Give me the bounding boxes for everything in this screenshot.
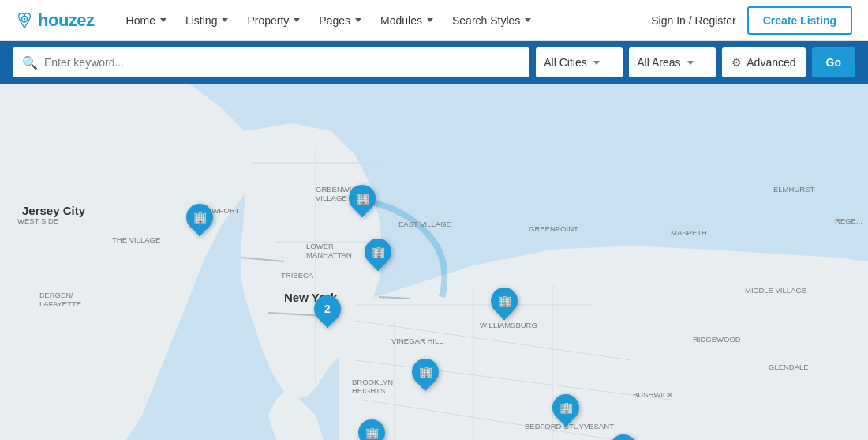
nav-listing[interactable]: Listing	[178, 9, 236, 32]
map-pin-8[interactable]: 🏢	[552, 394, 579, 427]
chevron-down-icon	[222, 18, 228, 22]
areas-select[interactable]: All Areas	[629, 47, 716, 77]
pin-count: 2	[324, 303, 331, 315]
chevron-down-icon	[355, 18, 361, 22]
map-pin-6[interactable]: 🏢	[412, 359, 439, 391]
logo-icon	[16, 12, 33, 29]
map-container: Jersey City WEST SIDE THE VILLAGE BERGEN…	[0, 84, 868, 440]
building-icon: 🏢	[193, 211, 207, 224]
building-icon: 🏢	[419, 366, 432, 378]
map-pin-9[interactable]: 🏢	[610, 434, 637, 440]
go-button[interactable]: Go	[812, 47, 855, 77]
search-bar: 🔍 All Cities All Areas ⚙ Advanced Go	[0, 41, 868, 84]
map-pin-4[interactable]: 2	[314, 295, 341, 328]
map-pin-3[interactable]: 🏢	[365, 239, 391, 271]
nav-modules[interactable]: Modules	[372, 9, 441, 32]
svg-point-1	[24, 17, 26, 20]
svg-point-4	[71, 364, 150, 419]
nav-links: Home Listing Property Pages Modules Sear…	[118, 9, 652, 32]
building-icon: 🏢	[559, 401, 573, 414]
building-icon: 🏢	[365, 427, 379, 439]
chevron-down-icon	[294, 18, 300, 22]
chevron-down-icon	[427, 18, 433, 22]
nav-home[interactable]: Home	[118, 9, 174, 32]
nav-pages[interactable]: Pages	[311, 9, 369, 32]
nav-search-styles[interactable]: Search Styles	[444, 9, 539, 32]
search-input[interactable]	[44, 56, 520, 69]
navbar: houzez Home Listing Property Pages Modul…	[0, 0, 868, 41]
chevron-down-icon	[687, 61, 694, 65]
map-pin-7[interactable]: 🏢	[358, 419, 385, 440]
gear-icon: ⚙	[731, 56, 742, 69]
cities-select[interactable]: All Cities	[536, 47, 623, 77]
nav-property[interactable]: Property	[239, 9, 308, 32]
map-pin-1[interactable]: 🏢	[186, 204, 213, 236]
search-icon: 🔍	[22, 55, 38, 70]
chevron-down-icon	[525, 18, 531, 22]
building-icon: 🏢	[498, 295, 511, 307]
advanced-button[interactable]: ⚙ Advanced	[722, 47, 805, 77]
search-input-wrap[interactable]: 🔍	[13, 47, 529, 77]
chevron-down-icon	[160, 18, 166, 22]
logo-text: houzez	[38, 10, 95, 31]
map-pin-5[interactable]: 🏢	[491, 288, 518, 320]
map-pin-2[interactable]: 🏢	[349, 185, 376, 217]
building-icon: 🏢	[372, 246, 385, 258]
chevron-down-icon	[593, 61, 600, 65]
create-listing-button[interactable]: Create Listing	[747, 6, 852, 35]
nav-right: Sign In / Register Create Listing	[651, 6, 852, 35]
building-icon: 🏢	[356, 192, 369, 205]
svg-point-3	[342, 333, 361, 356]
sign-in-link[interactable]: Sign In / Register	[651, 14, 735, 27]
logo[interactable]: houzez	[16, 10, 95, 31]
